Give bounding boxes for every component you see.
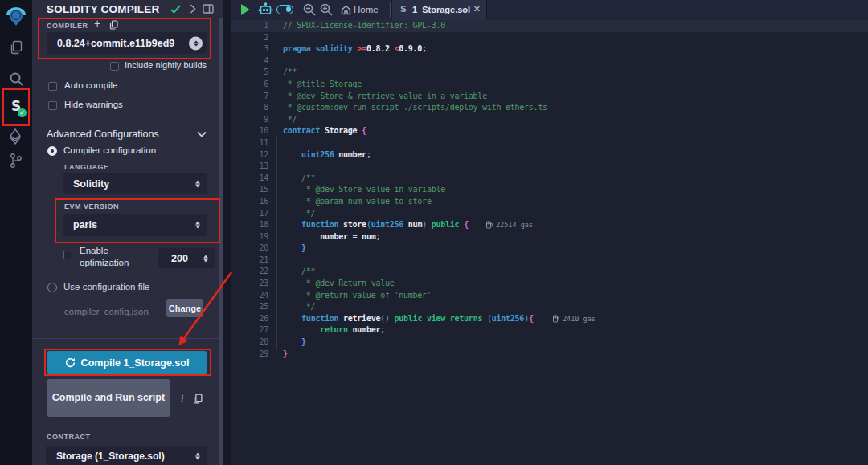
line-number: 19 xyxy=(231,231,268,243)
compiler-configuration-radio[interactable] xyxy=(47,146,57,156)
pin-panel-icon[interactable] xyxy=(203,4,214,14)
line-number: 28 xyxy=(231,337,268,349)
enable-optimization-label: Enable optimization xyxy=(80,245,145,269)
ai-assistant-robot-icon[interactable] xyxy=(258,2,273,17)
compile-and-run-button[interactable]: Compile and Run script xyxy=(47,379,170,417)
code-line-10[interactable]: 10contract Storage { xyxy=(231,125,868,137)
code-line-4[interactable]: 4 xyxy=(231,55,868,67)
code-text: */ xyxy=(283,301,315,313)
line-number: 18 xyxy=(231,219,268,231)
code-line-14[interactable]: 14 /** xyxy=(231,173,868,185)
code-text: // SPDX-License-Identifier: GPL-3.0 xyxy=(283,20,445,32)
code-line-22[interactable]: 22 /** xyxy=(231,266,868,278)
include-nightly-checkbox[interactable] xyxy=(110,62,119,71)
code-text: } xyxy=(283,243,306,255)
code-line-1[interactable]: 1// SPDX-License-Identifier: GPL-3.0 xyxy=(231,20,868,32)
code-text: contract Storage { xyxy=(283,125,366,137)
code-text: * @custom:dev-run-script ./scripts/deplo… xyxy=(283,102,547,114)
auto-compile-checkbox[interactable] xyxy=(48,82,57,91)
code-line-13[interactable]: 13 xyxy=(231,161,868,173)
remix-logo-icon[interactable] xyxy=(0,2,32,31)
compiler-version-select[interactable]: 0.8.24+commit.e11b9ed9 xyxy=(47,32,207,54)
code-line-3[interactable]: 3pragma solidity >=0.8.2 <0.9.0; xyxy=(231,43,868,55)
hide-warnings-checkbox[interactable] xyxy=(48,101,57,110)
run-script-play-icon[interactable] xyxy=(240,3,251,16)
copy-script-icon[interactable] xyxy=(193,394,203,404)
code-line-25[interactable]: 25 */ xyxy=(231,301,868,313)
code-text: /** xyxy=(283,266,315,278)
code-line-18[interactable]: 18 function store(uint256 num) public {2… xyxy=(231,219,868,231)
evm-version-label: EVM VERSION xyxy=(64,202,119,210)
code-text: pragma solidity >=0.8.2 <0.9.0; xyxy=(283,43,427,55)
panel-title: SOLIDITY COMPILER xyxy=(47,3,159,15)
runs-stepper-icon[interactable] xyxy=(203,255,208,262)
chevron-down-icon[interactable] xyxy=(197,131,207,137)
code-line-26[interactable]: 26 function retrieve() public view retur… xyxy=(231,313,868,325)
code-line-27[interactable]: 27 return number; xyxy=(231,324,868,337)
code-line-28[interactable]: 28 } xyxy=(231,337,868,349)
code-line-17[interactable]: 17 */ xyxy=(231,208,868,220)
close-tab-icon[interactable]: ✕ xyxy=(473,4,481,14)
home-tab[interactable]: Home xyxy=(354,5,379,14)
code-text: } xyxy=(283,337,306,349)
advanced-configurations-title[interactable]: Advanced Configurations xyxy=(47,128,159,140)
code-line-6[interactable]: 6 * @title Storage xyxy=(231,79,868,91)
info-icon[interactable]: i xyxy=(181,393,183,405)
copy-version-icon[interactable] xyxy=(109,20,118,30)
code-line-21[interactable]: 21 xyxy=(231,255,868,267)
contract-select[interactable]: Storage (1_Storage.sol) xyxy=(46,446,207,465)
enable-optimization-checkbox[interactable] xyxy=(63,251,72,259)
code-line-12[interactable]: 12 uint256 number; xyxy=(231,149,868,161)
add-compiler-icon[interactable]: + xyxy=(94,17,100,30)
config-filename[interactable]: compiler_config.json xyxy=(64,307,149,316)
code-line-15[interactable]: 15 * @dev Store value in variable xyxy=(231,184,868,196)
chevron-right-icon[interactable] xyxy=(190,4,196,14)
tab-1-storage-sol[interactable]: S 1_Storage.sol ✕ xyxy=(391,0,487,20)
code-line-24[interactable]: 24 * @return value of 'number' xyxy=(231,290,868,302)
file-explorer-icon[interactable] xyxy=(0,33,32,62)
code-text: */ xyxy=(283,208,315,220)
line-number: 25 xyxy=(231,301,268,313)
compiled-check-badge: ✓ xyxy=(18,108,27,117)
optimization-runs-input[interactable]: 200 xyxy=(158,248,215,268)
code-line-29[interactable]: 29} xyxy=(231,349,868,361)
code-line-5[interactable]: 5/** xyxy=(231,67,868,79)
gas-estimate: 2410 gas xyxy=(553,313,596,325)
code-line-16[interactable]: 16 * @param num value to store xyxy=(231,196,868,208)
line-number: 9 xyxy=(231,114,268,126)
version-stepper-icon[interactable] xyxy=(189,36,203,50)
change-config-button[interactable]: Change xyxy=(166,299,203,317)
code-lines: 1// SPDX-License-Identifier: GPL-3.023pr… xyxy=(231,20,868,360)
evm-version-select[interactable]: paris xyxy=(63,214,207,236)
code-line-20[interactable]: 20 } xyxy=(231,243,868,255)
compile-success-check-icon xyxy=(170,5,181,14)
solidity-compiler-icon[interactable]: S✓ xyxy=(0,92,32,120)
hide-warnings-label: Hide warnings xyxy=(64,100,123,109)
code-line-23[interactable]: 23 * @dev Return value xyxy=(231,278,868,290)
code-line-7[interactable]: 7 * @dev Store & retrieve value in a var… xyxy=(231,91,868,103)
ai-toggle-switch[interactable] xyxy=(276,5,293,14)
panel-divider xyxy=(32,338,223,339)
search-icon[interactable] xyxy=(0,64,32,93)
code-line-11[interactable]: 11 xyxy=(231,137,868,149)
contract-value: Storage (1_Storage.sol) xyxy=(56,451,165,462)
home-icon[interactable] xyxy=(341,5,351,15)
panel-editor-divider[interactable] xyxy=(223,0,231,465)
code-line-19[interactable]: 19 number = num; xyxy=(231,231,868,243)
zoom-out-icon[interactable] xyxy=(303,3,316,16)
compile-button[interactable]: Compile 1_Storage.sol xyxy=(47,351,207,374)
code-text: function store(uint256 num) public { xyxy=(283,219,469,231)
zoom-in-icon[interactable] xyxy=(320,3,333,16)
code-text: uint256 number; xyxy=(283,149,371,161)
remix-ide-window: S✓ SOLIDITY COMPILER COMPILER + xyxy=(0,0,868,465)
code-line-2[interactable]: 2 xyxy=(231,32,868,44)
git-icon[interactable] xyxy=(0,146,32,175)
language-select[interactable]: Solidity xyxy=(63,173,207,194)
use-configuration-file-radio[interactable] xyxy=(47,283,57,292)
code-line-8[interactable]: 8 * @custom:dev-run-script ./scripts/dep… xyxy=(231,102,868,114)
line-number: 7 xyxy=(231,91,268,103)
code-text: * @param num value to store xyxy=(283,196,432,208)
solidity-file-icon: S xyxy=(400,4,407,14)
code-line-9[interactable]: 9 */ xyxy=(231,114,868,126)
compiler-configuration-label: Compiler configuration xyxy=(63,145,156,155)
